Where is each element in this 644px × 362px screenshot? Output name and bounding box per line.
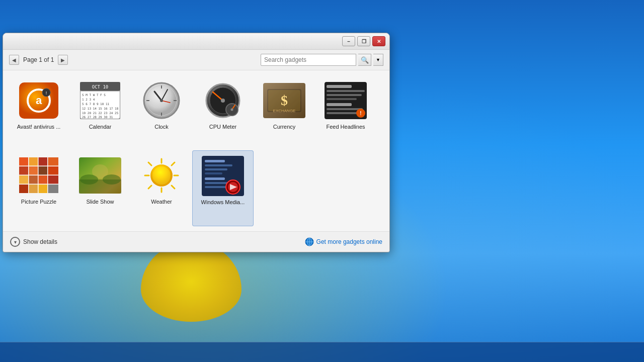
toolbar: ◀ Page 1 of 1 ▶ 🔍 ▼ — [3, 50, 389, 70]
weather-icon — [139, 155, 184, 196]
next-page-button[interactable]: ▶ — [58, 55, 68, 65]
svg-rect-48 — [48, 157, 58, 166]
get-more-gadgets-label: Get more gadgets online — [316, 238, 382, 245]
svg-rect-37 — [327, 90, 365, 92]
feed-headlines-icon: ! — [323, 80, 368, 121]
avast-icon: a ! — [16, 80, 61, 121]
svg-rect-42 — [327, 112, 359, 114]
calendar-icon: OCT 10 S M T W T F S 1 2 3 4 5 6 7 8 9 1… — [77, 80, 123, 121]
svg-rect-85 — [205, 168, 227, 170]
svg-rect-47 — [38, 157, 47, 166]
currency-label: Currency — [273, 124, 296, 130]
title-bar: – ❐ ✕ — [3, 33, 389, 50]
svg-rect-36 — [327, 85, 352, 88]
svg-rect-40 — [327, 103, 352, 106]
gadget-item-calendar[interactable]: OCT 10 S M T W T F S 1 2 3 4 5 6 7 8 9 1… — [69, 75, 131, 150]
gadgets-dialog: – ❐ ✕ ◀ Page 1 of 1 ▶ 🔍 ▼ — [3, 33, 390, 252]
slide-show-label: Slide Show — [86, 199, 114, 205]
svg-line-78 — [172, 162, 175, 165]
svg-rect-53 — [19, 175, 28, 184]
picture-puzzle-label: Picture Puzzle — [21, 199, 56, 205]
svg-point-70 — [80, 174, 98, 185]
svg-rect-39 — [327, 98, 357, 100]
search-area: 🔍 ▼ — [261, 54, 383, 66]
clock-label: Clock — [154, 124, 169, 130]
taskbar — [0, 342, 644, 362]
svg-text:S  M  T  W  T  F  S: S M T W T F S — [82, 93, 106, 97]
gadget-item-currency[interactable]: $ EXCHANGE Currency — [254, 75, 315, 150]
svg-rect-59 — [38, 185, 47, 193]
svg-rect-55 — [38, 175, 47, 184]
minimize-button[interactable]: – — [342, 36, 355, 46]
avast-label: Avast! antivirus ... — [17, 124, 61, 130]
calendar-label: Calendar — [89, 124, 112, 130]
search-dropdown-button[interactable]: ▼ — [373, 54, 383, 66]
chevron-down-icon: ▾ — [10, 237, 20, 247]
currency-icon: $ EXCHANGE — [262, 80, 307, 121]
search-button[interactable]: 🔍 — [358, 54, 371, 66]
pagination-controls: ◀ Page 1 of 1 ▶ — [9, 55, 68, 65]
svg-rect-86 — [205, 172, 222, 174]
get-more-gadgets-link[interactable]: Get more gadgets online — [305, 237, 382, 246]
gadget-item-windows-media[interactable]: Windows Media... — [192, 150, 254, 226]
svg-line-77 — [172, 186, 175, 189]
gadget-item-slide-show[interactable]: Slide Show — [69, 150, 131, 226]
svg-rect-49 — [19, 166, 28, 175]
svg-text:a: a — [36, 94, 42, 107]
picture-puzzle-icon — [16, 155, 61, 196]
svg-point-81 — [152, 166, 171, 185]
svg-rect-41 — [327, 108, 363, 110]
windows-media-label: Windows Media... — [201, 199, 245, 205]
gadget-item-clock[interactable]: Clock — [131, 75, 192, 150]
page-label: Page 1 of 1 — [23, 56, 54, 63]
svg-point-24 — [160, 99, 163, 102]
clock-icon — [139, 80, 184, 121]
svg-rect-58 — [29, 185, 38, 193]
gadget-item-cpu-meter[interactable]: CPU Meter — [192, 75, 254, 150]
show-details-label: Show details — [23, 238, 57, 245]
feed-headlines-label: Feed Headlines — [326, 124, 365, 130]
svg-text:!: ! — [46, 90, 47, 96]
svg-rect-54 — [29, 175, 38, 184]
svg-line-79 — [148, 186, 151, 189]
globe-icon — [305, 237, 314, 246]
svg-text:5  6  7  8  9 10 11: 5 6 7 8 9 10 11 — [82, 102, 110, 106]
svg-rect-51 — [38, 166, 47, 175]
svg-point-27 — [221, 99, 225, 103]
svg-text:19 20 21 22 23 24 25: 19 20 21 22 23 24 25 — [82, 111, 119, 115]
svg-point-29 — [231, 109, 233, 111]
svg-rect-45 — [19, 157, 28, 166]
cpu-meter-label: CPU Meter — [209, 124, 236, 130]
search-input[interactable] — [261, 54, 356, 66]
svg-rect-87 — [205, 177, 225, 180]
restore-button[interactable]: ❐ — [357, 36, 370, 46]
gadget-item-avast[interactable]: a ! Avast! antivirus ... — [8, 75, 69, 150]
svg-text:1  2  3  4: 1 2 3 4 — [82, 98, 95, 101]
close-button[interactable]: ✕ — [372, 36, 385, 46]
svg-rect-84 — [205, 164, 232, 166]
footer: ▾ Show details Get more gadgets online — [3, 231, 389, 252]
svg-text:!: ! — [360, 111, 361, 116]
svg-text:$: $ — [281, 93, 288, 108]
windows-media-icon — [200, 156, 246, 196]
svg-rect-50 — [29, 166, 38, 175]
svg-rect-52 — [48, 166, 58, 175]
cpu-meter-icon — [200, 80, 246, 121]
svg-text:26 27 28 29 30 31: 26 27 28 29 30 31 — [82, 115, 113, 119]
gadget-item-feed-headlines[interactable]: ! Feed Headlines — [315, 75, 376, 150]
show-details-button[interactable]: ▾ Show details — [10, 237, 57, 247]
svg-rect-46 — [29, 157, 38, 166]
gadget-item-picture-puzzle[interactable]: Picture Puzzle — [8, 150, 69, 226]
svg-rect-56 — [48, 175, 58, 184]
slide-show-icon — [77, 155, 123, 196]
svg-text:EXCHANGE: EXCHANGE — [273, 109, 296, 113]
prev-page-button[interactable]: ◀ — [9, 55, 19, 65]
svg-line-76 — [148, 162, 151, 165]
svg-text:12 13 14 15 16 17 18: 12 13 14 15 16 17 18 — [82, 107, 119, 110]
gadget-grid: a ! Avast! antivirus ... OCT 10 S M T W … — [3, 70, 389, 231]
svg-rect-83 — [205, 160, 225, 162]
svg-rect-60 — [48, 185, 58, 193]
gadget-item-weather[interactable]: Weather — [131, 150, 192, 226]
svg-point-71 — [103, 174, 121, 185]
weather-label: Weather — [151, 199, 172, 205]
